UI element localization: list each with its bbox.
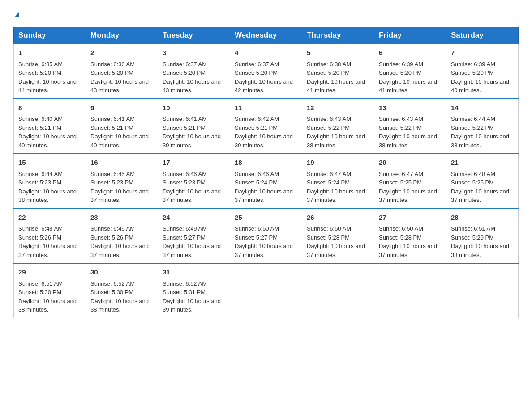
header-cell-sunday: Sunday [14,27,86,44]
day-info: Sunrise: 6:48 AMSunset: 5:25 PMDaylight:… [451,171,509,204]
calendar-cell: 23Sunrise: 6:49 AMSunset: 5:26 PMDayligh… [86,209,158,264]
calendar-cell: 13Sunrise: 6:43 AMSunset: 5:22 PMDayligh… [374,99,446,154]
day-number: 5 [307,48,369,58]
day-number: 13 [379,103,442,113]
day-number: 11 [235,103,297,113]
day-number: 22 [18,213,81,223]
calendar-cell: 18Sunrise: 6:46 AMSunset: 5:24 PMDayligh… [230,154,302,209]
day-info: Sunrise: 6:40 AMSunset: 5:21 PMDaylight:… [18,116,77,149]
day-info: Sunrise: 6:47 AMSunset: 5:24 PMDaylight:… [307,171,365,204]
logo-text [13,9,19,20]
calendar-cell: 15Sunrise: 6:44 AMSunset: 5:23 PMDayligh… [14,154,86,209]
day-number: 3 [163,48,225,58]
calendar-cell: 16Sunrise: 6:45 AMSunset: 5:23 PMDayligh… [86,154,158,209]
header-cell-tuesday: Tuesday [158,27,230,44]
day-number: 16 [90,158,153,168]
logo-triangle-icon [14,12,19,17]
day-info: Sunrise: 6:43 AMSunset: 5:22 PMDaylight:… [379,116,437,149]
day-info: Sunrise: 6:50 AMSunset: 5:28 PMDaylight:… [307,225,365,258]
day-number: 21 [451,158,514,168]
day-info: Sunrise: 6:46 AMSunset: 5:23 PMDaylight:… [163,171,221,204]
calendar-week-row: 15Sunrise: 6:44 AMSunset: 5:23 PMDayligh… [14,154,519,209]
day-number: 7 [451,48,514,58]
calendar-week-row: 1Sunrise: 6:35 AMSunset: 5:20 PMDaylight… [14,44,519,99]
page-header [13,9,519,20]
day-number: 15 [18,158,81,168]
day-info: Sunrise: 6:50 AMSunset: 5:27 PMDaylight:… [235,225,293,258]
day-number: 6 [379,48,442,58]
day-info: Sunrise: 6:39 AMSunset: 5:20 PMDaylight:… [451,61,509,94]
calendar-cell: 27Sunrise: 6:50 AMSunset: 5:28 PMDayligh… [374,209,446,264]
day-info: Sunrise: 6:48 AMSunset: 5:26 PMDaylight:… [18,225,77,258]
day-info: Sunrise: 6:43 AMSunset: 5:22 PMDaylight:… [307,116,365,149]
calendar-cell: 17Sunrise: 6:46 AMSunset: 5:23 PMDayligh… [158,154,230,209]
calendar-cell: 2Sunrise: 6:36 AMSunset: 5:20 PMDaylight… [86,44,158,99]
day-info: Sunrise: 6:41 AMSunset: 5:21 PMDaylight:… [90,116,149,149]
day-number: 28 [451,213,514,223]
day-number: 26 [307,213,369,223]
calendar-cell [302,263,374,318]
logo [13,9,19,20]
day-number: 1 [18,48,81,58]
calendar-week-row: 29Sunrise: 6:51 AMSunset: 5:30 PMDayligh… [14,263,519,318]
header-cell-thursday: Thursday [302,27,374,44]
day-info: Sunrise: 6:44 AMSunset: 5:23 PMDaylight:… [18,171,77,204]
calendar-cell [446,263,519,318]
calendar-cell: 21Sunrise: 6:48 AMSunset: 5:25 PMDayligh… [446,154,519,209]
calendar-cell: 28Sunrise: 6:51 AMSunset: 5:29 PMDayligh… [446,209,519,264]
day-number: 4 [235,48,297,58]
day-info: Sunrise: 6:49 AMSunset: 5:26 PMDaylight:… [90,225,149,258]
day-info: Sunrise: 6:52 AMSunset: 5:30 PMDaylight:… [90,280,149,313]
calendar-cell: 4Sunrise: 6:37 AMSunset: 5:20 PMDaylight… [230,44,302,99]
calendar-cell: 25Sunrise: 6:50 AMSunset: 5:27 PMDayligh… [230,209,302,264]
calendar-week-row: 8Sunrise: 6:40 AMSunset: 5:21 PMDaylight… [14,99,519,154]
calendar-body: 1Sunrise: 6:35 AMSunset: 5:20 PMDaylight… [14,44,519,318]
calendar-header: SundayMondayTuesdayWednesdayThursdayFrid… [14,27,519,44]
calendar-cell: 10Sunrise: 6:41 AMSunset: 5:21 PMDayligh… [158,99,230,154]
calendar-cell: 14Sunrise: 6:44 AMSunset: 5:22 PMDayligh… [446,99,519,154]
header-cell-friday: Friday [374,27,446,44]
day-info: Sunrise: 6:51 AMSunset: 5:30 PMDaylight:… [18,280,77,313]
day-number: 8 [18,103,81,113]
day-number: 14 [451,103,514,113]
calendar-cell: 24Sunrise: 6:49 AMSunset: 5:27 PMDayligh… [158,209,230,264]
calendar-cell: 11Sunrise: 6:42 AMSunset: 5:21 PMDayligh… [230,99,302,154]
calendar-cell: 30Sunrise: 6:52 AMSunset: 5:30 PMDayligh… [86,263,158,318]
day-number: 9 [90,103,153,113]
day-info: Sunrise: 6:37 AMSunset: 5:20 PMDaylight:… [163,61,221,94]
day-info: Sunrise: 6:52 AMSunset: 5:31 PMDaylight:… [163,280,221,313]
day-info: Sunrise: 6:37 AMSunset: 5:20 PMDaylight:… [235,61,293,94]
calendar-cell: 22Sunrise: 6:48 AMSunset: 5:26 PMDayligh… [14,209,86,264]
day-info: Sunrise: 6:51 AMSunset: 5:29 PMDaylight:… [451,225,509,258]
calendar-cell [374,263,446,318]
day-info: Sunrise: 6:35 AMSunset: 5:20 PMDaylight:… [18,61,77,94]
calendar-cell: 5Sunrise: 6:38 AMSunset: 5:20 PMDaylight… [302,44,374,99]
day-info: Sunrise: 6:46 AMSunset: 5:24 PMDaylight:… [235,171,293,204]
calendar-cell: 6Sunrise: 6:39 AMSunset: 5:20 PMDaylight… [374,44,446,99]
day-info: Sunrise: 6:44 AMSunset: 5:22 PMDaylight:… [451,116,509,149]
day-number: 10 [163,103,225,113]
header-cell-wednesday: Wednesday [230,27,302,44]
day-info: Sunrise: 6:49 AMSunset: 5:27 PMDaylight:… [163,225,221,258]
header-row: SundayMondayTuesdayWednesdayThursdayFrid… [14,27,519,44]
calendar-cell: 31Sunrise: 6:52 AMSunset: 5:31 PMDayligh… [158,263,230,318]
day-number: 19 [307,158,369,168]
calendar-table: SundayMondayTuesdayWednesdayThursdayFrid… [13,27,519,318]
calendar-cell: 29Sunrise: 6:51 AMSunset: 5:30 PMDayligh… [14,263,86,318]
header-cell-saturday: Saturday [446,27,519,44]
day-info: Sunrise: 6:39 AMSunset: 5:20 PMDaylight:… [379,61,437,94]
day-number: 24 [163,213,225,223]
day-number: 27 [379,213,442,223]
day-info: Sunrise: 6:41 AMSunset: 5:21 PMDaylight:… [163,116,221,149]
day-number: 20 [379,158,442,168]
day-number: 30 [90,267,153,278]
calendar-cell: 19Sunrise: 6:47 AMSunset: 5:24 PMDayligh… [302,154,374,209]
day-number: 18 [235,158,297,168]
calendar-cell: 12Sunrise: 6:43 AMSunset: 5:22 PMDayligh… [302,99,374,154]
day-info: Sunrise: 6:38 AMSunset: 5:20 PMDaylight:… [307,61,365,94]
day-info: Sunrise: 6:50 AMSunset: 5:28 PMDaylight:… [379,225,437,258]
day-info: Sunrise: 6:47 AMSunset: 5:25 PMDaylight:… [379,171,437,204]
day-number: 17 [163,158,225,168]
day-number: 23 [90,213,153,223]
day-number: 25 [235,213,297,223]
